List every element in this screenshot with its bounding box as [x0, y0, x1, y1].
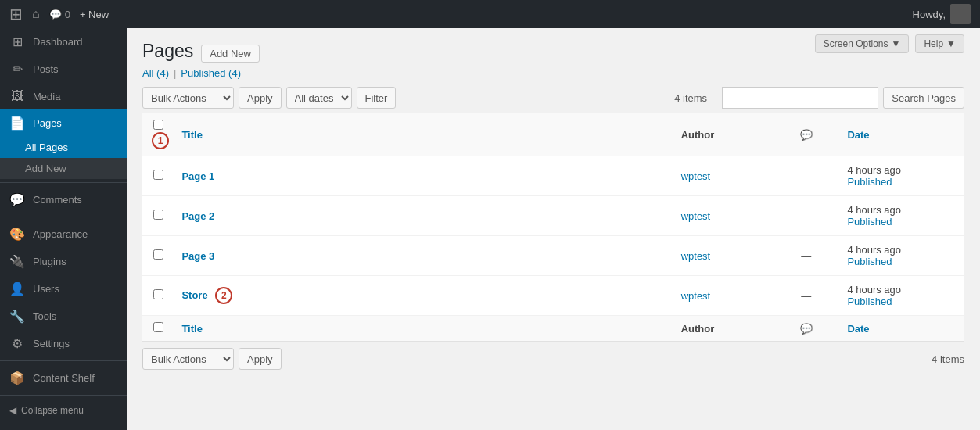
comments-dash: —	[801, 210, 811, 222]
items-count-top: 4 items	[674, 92, 707, 104]
all-pages-label: All Pages	[25, 142, 68, 153]
menu-separator-3	[0, 360, 127, 361]
tablenav-bottom: Bulk Actions Edit Move to Trash Apply 4 …	[142, 348, 964, 370]
add-new-button[interactable]: Add New	[201, 45, 260, 63]
date-status-link[interactable]: Published	[847, 256, 892, 267]
row-author-cell: wptest	[673, 196, 774, 236]
date-status-link[interactable]: Published	[847, 296, 892, 307]
row-checkbox[interactable]	[153, 249, 163, 260]
filter-button[interactable]: Filter	[357, 87, 397, 109]
sidebar-item-label: Pages	[33, 117, 62, 129]
author-link[interactable]: wptest	[681, 290, 711, 302]
header-badge: 1	[152, 132, 169, 149]
row-title-cell: Page 3	[174, 236, 673, 276]
select-all-checkbox-top[interactable]	[153, 120, 163, 130]
main-content: Screen Options ▼ Help ▼ Pages Add New Al…	[127, 28, 980, 430]
apply-button-top[interactable]: Apply	[239, 87, 282, 109]
new-content-link[interactable]: + New	[80, 9, 109, 20]
select-all-checkbox-bottom[interactable]	[153, 322, 163, 332]
sidebar-item-plugins[interactable]: 🔌 Plugins	[0, 248, 127, 275]
author-link[interactable]: wptest	[681, 210, 711, 222]
admin-bar: ⊞ ⌂ 💬 0 + New Howdy,	[0, 0, 980, 28]
published-filter-link[interactable]: Published (4)	[181, 67, 241, 79]
page-title-link[interactable]: Page 3	[181, 250, 214, 262]
page-title: Pages	[142, 41, 193, 62]
row-checkbox[interactable]	[153, 289, 163, 299]
col-date: Date	[839, 113, 964, 156]
date-filter-select[interactable]: All dates	[286, 87, 352, 109]
date-text: 4 hours ago	[847, 244, 957, 256]
row-title-cell: Page 1	[174, 156, 673, 196]
menu-separator-4	[0, 395, 127, 396]
sidebar-item-users[interactable]: 👤 Users	[0, 275, 127, 303]
settings-icon: ⚙	[9, 336, 25, 351]
footer-col-date: Date	[839, 316, 964, 342]
sidebar-item-dashboard[interactable]: ⊞ Dashboard	[0, 28, 127, 56]
sidebar-item-media[interactable]: 🖼 Media	[0, 83, 127, 109]
footer-date-sort-link[interactable]: Date	[847, 323, 869, 335]
filter-links: All (4) | Published (4)	[142, 67, 964, 79]
bulk-actions-select-top[interactable]: Bulk Actions Edit Move to Trash	[142, 87, 234, 109]
table-row: Store 2 wptest — 4 hours ago Published	[142, 276, 964, 316]
screen-options-button[interactable]: Screen Options ▼	[815, 34, 910, 53]
posts-icon: ✏	[9, 62, 25, 77]
row-checkbox[interactable]	[153, 210, 163, 220]
help-button[interactable]: Help ▼	[915, 34, 964, 53]
date-status-link[interactable]: Published	[847, 176, 892, 188]
sidebar-item-posts[interactable]: ✏ Posts	[0, 56, 127, 83]
collapse-menu-button[interactable]: ◀ Collapse menu	[0, 399, 127, 422]
home-icon[interactable]: ⌂	[32, 7, 40, 21]
sidebar-item-all-pages[interactable]: All Pages	[0, 137, 127, 158]
appearance-icon: 🎨	[9, 227, 25, 242]
title-sort-link[interactable]: Title	[181, 129, 203, 141]
sidebar-item-label: Plugins	[33, 256, 66, 267]
apply-button-bottom[interactable]: Apply	[239, 348, 282, 370]
menu-separator-1	[0, 182, 127, 183]
row-checkbox[interactable]	[153, 170, 163, 180]
sidebar-item-label: Media	[33, 91, 60, 102]
all-filter-link[interactable]: All (4)	[142, 67, 169, 79]
table-row: Page 3 wptest — 4 hours ago Published	[142, 236, 964, 276]
sidebar-item-comments[interactable]: 💬 Comments	[0, 186, 127, 213]
sidebar-item-label: Dashboard	[33, 36, 83, 48]
user-avatar[interactable]	[950, 4, 971, 24]
sidebar-item-settings[interactable]: ⚙ Settings	[0, 330, 127, 357]
search-input[interactable]	[722, 87, 878, 109]
comments-bar-link[interactable]: 💬 0	[49, 9, 70, 20]
sidebar-item-tools[interactable]: 🔧 Tools	[0, 303, 127, 330]
sidebar-item-content-shelf[interactable]: 📦 Content Shelf	[0, 364, 127, 392]
layout: ⊞ Dashboard ✏ Posts 🖼 Media 📄 Pages All …	[0, 28, 980, 430]
page-title-link[interactable]: Store	[181, 289, 207, 301]
filter-separator: |	[174, 67, 176, 79]
author-link[interactable]: wptest	[681, 170, 711, 182]
footer-title-sort-link[interactable]: Title	[181, 323, 203, 335]
footer-checkbox-cell	[142, 316, 174, 342]
footer-col-comments: 💬	[773, 316, 839, 342]
plugins-icon: 🔌	[9, 254, 25, 269]
comment-bubble-icon: 💬	[49, 9, 62, 20]
footer-col-author: Author	[673, 316, 774, 342]
adminbar-right: Howdy,	[913, 4, 971, 24]
sidebar-item-appearance[interactable]: 🎨 Appearance	[0, 220, 127, 248]
page-title-link[interactable]: Page 1	[181, 170, 214, 182]
add-new-page-label: Add New	[25, 163, 66, 174]
sidebar-item-label: Tools	[33, 310, 56, 322]
author-link[interactable]: wptest	[681, 250, 711, 262]
sidebar-item-add-new-page[interactable]: Add New	[0, 158, 127, 179]
wp-logo-icon[interactable]: ⊞	[9, 5, 23, 23]
collapse-arrow-icon: ◀	[9, 405, 16, 416]
date-status-link[interactable]: Published	[847, 216, 892, 228]
row-author-cell: wptest	[673, 156, 774, 196]
howdy-text: Howdy,	[913, 4, 971, 24]
page-title-link[interactable]: Page 2	[181, 210, 214, 222]
search-pages-button[interactable]: Search Pages	[883, 87, 964, 109]
bulk-actions-select-bottom[interactable]: Bulk Actions Edit Move to Trash	[142, 348, 234, 370]
row-comments-cell: —	[773, 156, 839, 196]
date-sort-link[interactable]: Date	[847, 129, 869, 141]
row-checkbox-cell	[142, 236, 174, 276]
comments-icon: 💬	[9, 192, 25, 207]
sidebar-item-label: Comments	[33, 194, 82, 206]
sidebar-item-pages[interactable]: 📄 Pages	[0, 109, 127, 137]
header-checkbox-cell: 1	[142, 113, 174, 156]
comments-count: 0	[65, 9, 70, 20]
